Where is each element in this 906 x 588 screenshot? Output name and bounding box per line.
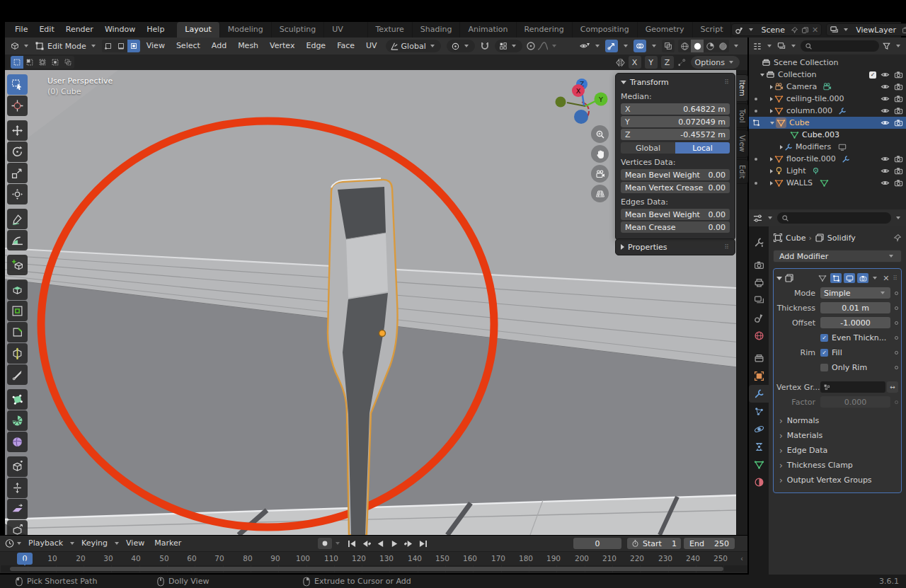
toggle-edit-mode-display[interactable] (830, 273, 842, 283)
face-select-icon[interactable] (127, 40, 140, 52)
pivot-point-dropdown[interactable] (447, 40, 475, 52)
global-button[interactable]: Global (621, 142, 675, 154)
expand-icon[interactable] (770, 109, 773, 113)
outliner-row-ceiling-tile[interactable]: ceiling-tile.000 (749, 93, 906, 105)
zoom-button[interactable] (591, 125, 609, 143)
menu-view[interactable]: View (142, 38, 170, 54)
tab-texture-paint[interactable]: Texture Paint (368, 22, 413, 38)
tab-view[interactable]: View (737, 129, 748, 158)
thickness-field[interactable]: 0.01 m (820, 302, 890, 313)
tool-select-box[interactable] (7, 74, 28, 95)
hide-eye-icon[interactable] (881, 94, 890, 103)
expand-icon[interactable] (770, 85, 773, 89)
tab-view-layer[interactable] (749, 292, 769, 309)
menu-view[interactable]: View (121, 535, 149, 552)
outliner-row-camera[interactable]: Camera (749, 81, 906, 93)
drag-handle[interactable]: ⠿ (724, 243, 730, 250)
jump-to-end-button[interactable] (415, 538, 430, 549)
expand-icon[interactable] (770, 122, 774, 125)
tab-item[interactable]: Item (737, 74, 748, 102)
disable-render-icon[interactable] (894, 94, 903, 103)
outliner-row-collection[interactable]: Collection ✓ (749, 69, 906, 81)
frame-end-field[interactable]: End 250 (684, 538, 735, 549)
viewlayer-selector[interactable]: ViewLayer ✕ (826, 23, 906, 36)
hide-eye-icon[interactable] (881, 82, 890, 91)
animate-dot[interactable] (895, 336, 898, 340)
rim-fill-checkbox[interactable]: ✓ (820, 349, 828, 357)
animate-dot[interactable] (895, 400, 898, 404)
tool-cursor[interactable] (7, 96, 28, 116)
vertex-crease-field[interactable]: Mean Vertex Crease0.00 (621, 182, 730, 193)
animate-dot[interactable] (895, 351, 898, 354)
edge-crease-field[interactable]: Mean Crease0.00 (621, 221, 730, 233)
tool-move[interactable] (7, 120, 28, 141)
tool-poly-build[interactable] (7, 389, 28, 410)
menu-uv[interactable]: UV (361, 38, 382, 54)
shading-material-icon[interactable] (704, 40, 716, 52)
outliner-row-column[interactable]: column.000 (749, 105, 906, 117)
toggle-vertex-groups[interactable] (817, 273, 828, 283)
tab-rendering[interactable]: Rendering (517, 22, 573, 38)
proportional-editing-icon[interactable] (526, 41, 536, 51)
menu-window[interactable]: Window (99, 22, 141, 38)
timeline-scrollbar[interactable] (10, 567, 723, 571)
properties-search-input[interactable] (777, 212, 891, 224)
tool-shear[interactable] (7, 499, 28, 519)
only-rim-checkbox[interactable] (820, 364, 828, 371)
toggle-render-display[interactable] (857, 273, 868, 283)
subpanel-output-vertex-groups[interactable]: Output Vertex Groups (776, 473, 898, 487)
display-mode-icon[interactable] (752, 42, 762, 51)
tab-tool[interactable]: Tool (737, 103, 748, 128)
tool-inset-faces[interactable] (7, 301, 28, 321)
outliner-row-cube-active[interactable]: Cube (749, 117, 906, 129)
disable-render-icon[interactable] (894, 82, 903, 91)
expand-icon[interactable] (760, 74, 764, 76)
menu-help[interactable]: Help (141, 22, 170, 38)
hide-eye-icon[interactable] (881, 166, 890, 175)
falloff-curve-icon[interactable] (537, 41, 549, 51)
vertex-group-field[interactable] (820, 381, 885, 393)
mirror-z-button[interactable]: Z (661, 56, 674, 69)
menu-edge[interactable]: Edge (301, 38, 331, 54)
auto-keyframe-button[interactable] (318, 538, 332, 549)
tab-object[interactable] (749, 367, 769, 385)
tab-tool[interactable] (749, 234, 769, 251)
median-z-field[interactable]: Z-0.45572 m (621, 129, 730, 140)
expand-icon[interactable] (770, 181, 773, 185)
tab-world[interactable] (749, 327, 769, 345)
tool-loop-cut[interactable] (7, 343, 28, 364)
mirror-x-button[interactable]: X (629, 56, 641, 69)
mode-dropdown[interactable]: Edit Mode (32, 41, 101, 51)
animate-dot[interactable] (895, 306, 898, 310)
next-keyframe-button[interactable] (401, 538, 415, 549)
drag-handle[interactable]: ⠿ (724, 79, 730, 86)
animate-dot[interactable] (895, 292, 898, 295)
snap-base-icon[interactable] (677, 58, 687, 67)
pin-icon[interactable] (893, 234, 902, 242)
viewport-canvas[interactable]: User Perspective (0) Cube Z X Y (5, 70, 736, 535)
tool-transform[interactable] (7, 184, 28, 204)
tab-scene[interactable] (749, 309, 769, 327)
edge-select-icon[interactable] (115, 40, 127, 52)
show-overlays-button[interactable] (633, 40, 646, 52)
invert-vertex-group-button[interactable]: ↔ (887, 381, 898, 393)
mirror-y-button[interactable]: Y (645, 56, 658, 69)
menu-select[interactable]: Select (171, 38, 205, 54)
sidebar-properties-panel[interactable]: Properties ⠿ (615, 238, 735, 255)
disable-render-icon[interactable] (894, 106, 903, 115)
menu-face[interactable]: Face (332, 38, 360, 54)
disable-render-icon[interactable] (894, 166, 903, 175)
hide-eye-icon[interactable] (881, 106, 890, 115)
outliner-row-cube-003[interactable]: Cube.003 (749, 129, 906, 141)
delete-modifier-icon[interactable]: ✕ (881, 274, 890, 283)
modifier-display-icon[interactable] (838, 143, 847, 151)
expand-icon[interactable] (780, 145, 783, 149)
tab-shading[interactable]: Shading (413, 22, 461, 38)
timeline-ruler[interactable]: 0 10 20 30 40 50 60 70 80 90 100 110 120… (0, 551, 747, 565)
offset-field[interactable]: -1.0000 (820, 317, 890, 328)
jump-to-start-button[interactable] (345, 538, 359, 549)
median-y-field[interactable]: Y0.072049 m (621, 116, 730, 127)
menu-file[interactable]: File (9, 22, 33, 38)
select-intersect-icon[interactable] (62, 56, 74, 69)
transform-panel-header[interactable]: Transform ⠿ (621, 76, 730, 88)
